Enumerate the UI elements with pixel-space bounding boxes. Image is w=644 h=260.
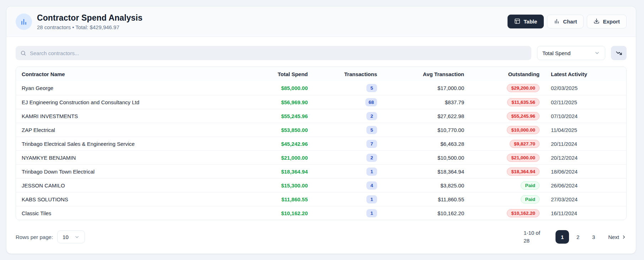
transactions-count: 5 xyxy=(313,126,383,134)
outstanding-badge: $18,364.94 xyxy=(470,168,545,176)
table-row: Ryan George$85,000.005$17,000.00$29,200.… xyxy=(16,81,626,95)
column-header-contractor-name: Contractor Name xyxy=(16,71,257,77)
sort-direction-button[interactable] xyxy=(611,46,627,60)
table-row: KABS SOLUTIONS$11,860.551$11,860.55Paid2… xyxy=(16,192,626,206)
download-icon xyxy=(594,18,600,25)
column-header-latest-activity: Latest Activity xyxy=(545,71,626,77)
avg-transaction: $11,860.55 xyxy=(383,196,470,202)
outstanding-badge: $9,827.70 xyxy=(470,140,545,148)
avg-transaction: $10,500.00 xyxy=(383,155,470,161)
latest-activity: 02/03/2025 xyxy=(545,85,626,91)
latest-activity: 11/04/2025 xyxy=(545,127,626,133)
sort-field-select[interactable]: Total Spend xyxy=(537,46,605,60)
transactions-count: 2 xyxy=(313,154,383,162)
transactions-count: 1 xyxy=(313,209,383,217)
page-button-1[interactable]: 1 xyxy=(556,230,569,244)
total-spend: $55,245.96 xyxy=(257,113,313,119)
next-page-button[interactable]: Next xyxy=(608,234,627,240)
avg-transaction: $3,825.00 xyxy=(383,182,470,189)
card-header: Contractor Spend Analysis 28 contractors… xyxy=(6,6,636,37)
outstanding-badge: $55,245.96 xyxy=(470,112,545,120)
paid-badge: Paid xyxy=(470,195,545,203)
latest-activity: 07/10/2024 xyxy=(545,113,626,119)
table-icon xyxy=(514,18,520,25)
page-button-2[interactable]: 2 xyxy=(571,230,585,244)
column-header-outstanding: Outstanding xyxy=(470,71,545,77)
search-input[interactable] xyxy=(30,50,527,56)
contractor-name: KABS SOLUTIONS xyxy=(16,196,257,202)
total-spend: $53,850.00 xyxy=(257,127,313,133)
column-header-transactions: Transactions xyxy=(313,71,383,77)
transactions-count: 1 xyxy=(313,195,383,203)
contractor-name: ZAP Electrical xyxy=(16,127,257,133)
transactions-count: 7 xyxy=(313,140,383,148)
table-footer: Rows per page: 10 1-10 of 28 123 Next xyxy=(6,220,636,254)
page-subtitle: 28 contractors • Total: $429,946.97 xyxy=(37,24,143,30)
latest-activity: 02/11/2025 xyxy=(545,99,626,105)
latest-activity: 18/06/2024 xyxy=(545,169,626,175)
contractor-spend-card: Contractor Spend Analysis 28 contractors… xyxy=(6,6,636,254)
transactions-count: 4 xyxy=(313,181,383,190)
contractors-table: Contractor NameTotal SpendTransactionsAv… xyxy=(16,67,627,220)
table-row: Trinbago Electrical Sales & Engineering … xyxy=(16,137,626,150)
latest-activity: 20/12/2024 xyxy=(545,155,626,161)
transactions-count: 2 xyxy=(313,112,383,120)
table-header-row: Contractor NameTotal SpendTransactionsAv… xyxy=(16,67,626,81)
rows-per-page-select[interactable]: 10 xyxy=(57,230,85,243)
avg-transaction: $10,162.20 xyxy=(383,210,470,216)
page-button-3[interactable]: 3 xyxy=(587,230,600,244)
contractor-name: JESSON CAMILO xyxy=(16,182,257,189)
contractor-name: EJ Engineering Construction and Consulta… xyxy=(16,99,257,105)
table-row: ZAP Electrical$53,850.005$10,770.00$10,0… xyxy=(16,123,626,137)
contractor-name: KAMRI INVESTMENTS xyxy=(16,113,257,119)
avg-transaction: $6,463.28 xyxy=(383,141,470,147)
outstanding-badge: $10,162.20 xyxy=(470,209,545,217)
table-row: Classic Tiles$10,162.201$10,162.20$10,16… xyxy=(16,206,626,220)
contractor-name: Classic Tiles xyxy=(16,210,257,216)
page-title: Contractor Spend Analysis xyxy=(37,13,143,23)
contractor-name: NYAMKYE BENJAMIN xyxy=(16,155,257,161)
transactions-count: 1 xyxy=(313,168,383,176)
bar-chart-icon xyxy=(554,18,560,25)
contractor-name: Trinbago Down Town Electrical xyxy=(16,169,257,175)
chevron-right-icon xyxy=(621,234,627,240)
chart-view-button[interactable]: Chart xyxy=(547,15,584,28)
total-spend: $18,364.94 xyxy=(257,169,313,175)
outstanding-badge: $29,200.00 xyxy=(470,84,545,92)
total-spend: $15,300.00 xyxy=(257,182,313,189)
transactions-count: 68 xyxy=(313,98,383,106)
paid-badge: Paid xyxy=(470,181,545,190)
avg-transaction: $27,622.98 xyxy=(383,113,470,119)
rows-per-page-label: Rows per page: xyxy=(16,234,53,240)
avg-transaction: $18,364.94 xyxy=(383,169,470,175)
chevron-down-icon xyxy=(74,234,80,240)
view-toggle-group: Table Chart Export xyxy=(508,15,627,28)
outstanding-badge: $11,635.56 xyxy=(470,98,545,106)
search-box xyxy=(16,46,531,60)
column-header-avg-transaction: Avg Transaction xyxy=(383,71,470,77)
latest-activity: 27/03/2024 xyxy=(545,196,626,202)
avg-transaction: $837.79 xyxy=(383,99,470,105)
table-row: JESSON CAMILO$15,300.004$3,825.00Paid26/… xyxy=(16,178,626,192)
column-header-total-spend: Total Spend xyxy=(257,71,313,77)
chevron-down-icon xyxy=(594,50,600,56)
contractor-name: Ryan George xyxy=(16,85,257,91)
export-button[interactable]: Export xyxy=(587,15,627,28)
table-row: EJ Engineering Construction and Consulta… xyxy=(16,95,626,109)
avg-transaction: $17,000.00 xyxy=(383,85,470,91)
avg-transaction: $10,770.00 xyxy=(383,127,470,133)
latest-activity: 20/11/2024 xyxy=(545,141,626,147)
toolbar: Total Spend xyxy=(6,37,636,67)
table-row: Trinbago Down Town Electrical$18,364.941… xyxy=(16,164,626,178)
pagination: 1-10 of 28 123 Next xyxy=(524,229,627,245)
total-spend: $11,860.55 xyxy=(257,196,313,202)
page-background: Contractor Spend Analysis 28 contractors… xyxy=(0,0,644,260)
total-spend: $21,000.00 xyxy=(257,155,313,161)
latest-activity: 26/06/2024 xyxy=(545,182,626,189)
latest-activity: 16/11/2024 xyxy=(545,210,626,216)
total-spend: $56,969.90 xyxy=(257,99,313,105)
bar-chart-avatar-icon xyxy=(16,14,32,30)
table-row: KAMRI INVESTMENTS$55,245.962$27,622.98$5… xyxy=(16,109,626,123)
table-view-button[interactable]: Table xyxy=(508,15,544,28)
search-icon xyxy=(20,50,26,56)
